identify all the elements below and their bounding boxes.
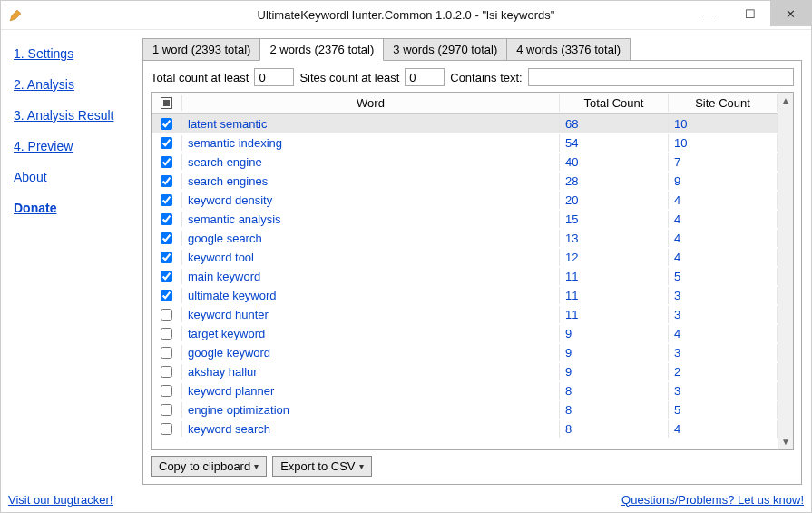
- cell-site-count: 4: [669, 230, 778, 247]
- bugtracker-link[interactable]: Visit our bugtracker!: [8, 493, 113, 507]
- cell-total-count: 68: [560, 115, 669, 133]
- table-row[interactable]: keyword tool124: [152, 248, 778, 267]
- row-checkbox[interactable]: [161, 252, 172, 263]
- table-row[interactable]: latent semantic6810: [152, 114, 778, 133]
- scrollbar[interactable]: ▲ ▼: [778, 93, 793, 449]
- sidebar-item-analysis-result[interactable]: 3. Analysis Result: [14, 108, 114, 123]
- cell-total-count: 8: [560, 401, 669, 419]
- tab-3-words[interactable]: 3 words (2970 total): [383, 38, 507, 61]
- table-row[interactable]: search engine407: [152, 153, 778, 172]
- cell-word: search engine: [182, 153, 560, 171]
- row-checkbox[interactable]: [161, 366, 172, 378]
- cell-word: search engines: [182, 173, 560, 190]
- sidebar-item-settings[interactable]: 1. Settings: [14, 46, 73, 61]
- column-site-count[interactable]: Site Count: [669, 94, 778, 112]
- cell-word: google search: [182, 230, 560, 247]
- results-grid: Word Total Count Site Count latent seman…: [151, 92, 794, 450]
- export-to-csv-button[interactable]: Export to CSV: [272, 456, 371, 477]
- maximize-button[interactable]: ☐: [729, 1, 770, 26]
- table-row[interactable]: semantic analysis154: [152, 210, 778, 229]
- row-checkbox[interactable]: [161, 347, 172, 359]
- sidebar-item-preview[interactable]: 4. Preview: [14, 139, 73, 153]
- cell-site-count: 4: [669, 325, 778, 342]
- cell-total-count: 13: [560, 230, 669, 247]
- tab-4-words[interactable]: 4 words (3376 total): [506, 38, 631, 61]
- row-checkbox[interactable]: [161, 271, 172, 282]
- cell-site-count: 9: [669, 173, 778, 190]
- cell-word: keyword density: [182, 192, 560, 209]
- cell-site-count: 10: [669, 134, 778, 152]
- grid-body: latent semantic6810semantic indexing5410…: [152, 114, 778, 439]
- scroll-down-icon[interactable]: ▼: [778, 434, 793, 449]
- cell-total-count: 11: [560, 306, 669, 323]
- action-bar: Copy to clipboard Export to CSV: [151, 456, 794, 477]
- tab-1-word[interactable]: 1 word (2393 total): [142, 38, 260, 61]
- cell-total-count: 8: [560, 382, 669, 400]
- row-checkbox[interactable]: [161, 385, 172, 397]
- cell-word: keyword tool: [182, 249, 560, 266]
- column-word[interactable]: Word: [182, 94, 560, 112]
- row-checkbox[interactable]: [161, 423, 172, 435]
- table-row[interactable]: keyword planner83: [152, 381, 778, 400]
- column-total-count[interactable]: Total Count: [560, 94, 669, 112]
- contains-input[interactable]: [528, 68, 794, 86]
- footer: Visit our bugtracker! Questions/Problems…: [1, 490, 811, 512]
- contains-label: Contains text:: [450, 71, 523, 84]
- cell-word: semantic indexing: [182, 134, 560, 152]
- row-checkbox[interactable]: [161, 290, 172, 301]
- cell-total-count: 12: [560, 249, 669, 266]
- sites-count-input[interactable]: [405, 68, 445, 86]
- sidebar-item-donate[interactable]: Donate: [14, 201, 56, 215]
- cell-total-count: 11: [560, 287, 669, 304]
- table-row[interactable]: main keyword115: [152, 267, 778, 286]
- scroll-up-icon[interactable]: ▲: [778, 93, 793, 108]
- cell-total-count: 9: [560, 344, 669, 361]
- table-row[interactable]: ultimate keyword113: [152, 286, 778, 305]
- close-button[interactable]: ✕: [770, 1, 811, 26]
- cell-total-count: 15: [560, 211, 669, 228]
- total-count-input[interactable]: [254, 68, 294, 86]
- window-buttons: — ☐ ✕: [689, 1, 811, 26]
- table-row[interactable]: semantic indexing5410: [152, 133, 778, 153]
- cell-site-count: 4: [669, 192, 778, 209]
- cell-word: ultimate keyword: [182, 287, 560, 304]
- row-checkbox[interactable]: [161, 175, 172, 187]
- row-checkbox[interactable]: [161, 194, 172, 206]
- row-checkbox[interactable]: [161, 137, 172, 149]
- grid-header: Word Total Count Site Count: [152, 93, 778, 114]
- minimize-button[interactable]: —: [689, 1, 729, 26]
- table-row[interactable]: keyword density204: [152, 191, 778, 210]
- table-row[interactable]: akshay hallur92: [152, 362, 778, 381]
- feedback-link[interactable]: Questions/Problems? Let us know!: [621, 493, 804, 507]
- row-checkbox[interactable]: [161, 118, 172, 130]
- sidebar-item-about[interactable]: About: [14, 170, 47, 184]
- table-row[interactable]: google keyword93: [152, 343, 778, 362]
- copy-to-clipboard-button[interactable]: Copy to clipboard: [151, 456, 267, 477]
- cell-total-count: 54: [560, 134, 669, 152]
- row-checkbox[interactable]: [161, 328, 172, 340]
- tab-2-words[interactable]: 2 words (2376 total): [259, 38, 384, 61]
- table-row[interactable]: search engines289: [152, 172, 778, 191]
- tabs: 1 word (2393 total) 2 words (2376 total)…: [142, 37, 802, 60]
- app-icon: [8, 8, 23, 23]
- table-row[interactable]: keyword hunter113: [152, 305, 778, 324]
- cell-word: engine optimization: [182, 401, 560, 419]
- row-checkbox[interactable]: [161, 156, 172, 168]
- table-row[interactable]: target keyword94: [152, 324, 778, 343]
- cell-site-count: 10: [669, 115, 778, 133]
- titlebar: UltimateKeywordHunter.Common 1.0.2.0 - "…: [1, 1, 811, 30]
- cell-word: akshay hallur: [182, 363, 560, 380]
- cell-word: target keyword: [182, 325, 560, 342]
- header-checkbox[interactable]: [152, 95, 182, 111]
- row-checkbox[interactable]: [161, 404, 172, 416]
- table-row[interactable]: keyword search84: [152, 419, 778, 439]
- sidebar: 1. Settings 2. Analysis 3. Analysis Resu…: [1, 30, 139, 490]
- table-row[interactable]: engine optimization85: [152, 400, 778, 419]
- row-checkbox[interactable]: [161, 232, 172, 244]
- table-row[interactable]: google search134: [152, 229, 778, 248]
- filter-bar: Total count at least Sites count at leas…: [151, 68, 794, 86]
- row-checkbox[interactable]: [161, 309, 172, 321]
- row-checkbox[interactable]: [161, 213, 172, 225]
- cell-site-count: 3: [669, 287, 778, 304]
- sidebar-item-analysis[interactable]: 2. Analysis: [14, 77, 74, 92]
